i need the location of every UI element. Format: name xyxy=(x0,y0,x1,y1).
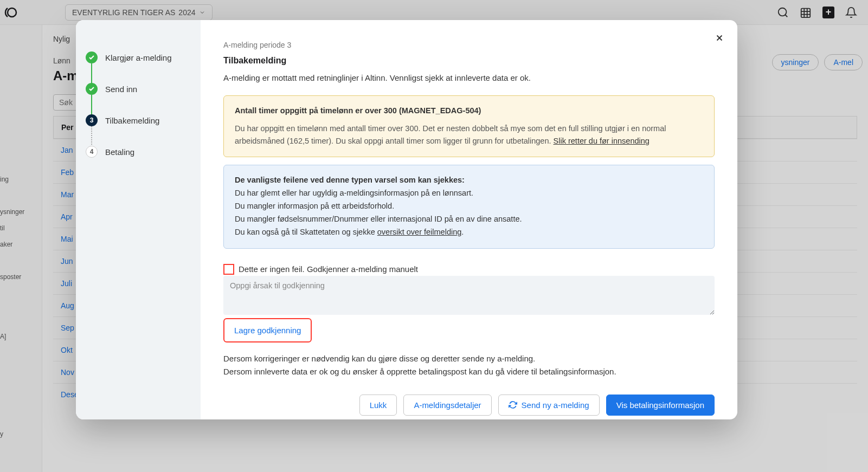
save-button-highlight: Lagre godkjenning xyxy=(223,318,312,342)
modal-notes: Dersom korrigeringer er nødvendig kan du… xyxy=(223,352,715,378)
step-done-icon xyxy=(86,83,98,95)
step-item-2: Send inn xyxy=(86,83,191,114)
save-approval-button[interactable]: Lagre godkjenning xyxy=(226,320,310,340)
close-modal-button[interactable]: Lukk xyxy=(359,395,397,416)
modal-step-sidebar: Klargjør a-melding Send inn 3 Tilbakemel… xyxy=(76,20,201,419)
modal-main: A-melding periode 3 Tilbakemelding A-mel… xyxy=(201,20,737,419)
refresh-icon xyxy=(509,400,517,409)
info-alert: De vanligste feilene ved denne typen var… xyxy=(223,165,715,249)
step-future-icon: 4 xyxy=(86,146,98,158)
step-current-icon: 3 xyxy=(86,114,98,126)
modal-title: Tilbakemelding xyxy=(223,56,715,66)
warning-link[interactable]: Slik retter du før innsending xyxy=(554,137,650,145)
step-item-4: 4 Betaling xyxy=(86,146,191,158)
modal-footer: Lukk A-meldingsdetaljer Send ny a-meldin… xyxy=(223,395,715,416)
modal-intro: A-melding er mottatt med retninglinjer i… xyxy=(223,73,715,82)
info-line: Du kan også gå til Skattetaten og sjekke… xyxy=(235,226,703,238)
info-line: Du mangler informasjon på ett arbeidsfor… xyxy=(235,200,703,212)
close-icon xyxy=(715,33,724,43)
manual-approve-checkbox[interactable] xyxy=(223,264,234,275)
step-label: Tilbakemelding xyxy=(105,116,159,125)
resend-button[interactable]: Send ny a-melding xyxy=(498,395,600,416)
payment-info-button[interactable]: Vis betalingsinformasjon xyxy=(606,395,715,416)
step-label: Klargjør a-melding xyxy=(105,53,172,62)
approval-reason-input[interactable] xyxy=(223,276,715,315)
info-link[interactable]: oversikt over feilmelding xyxy=(377,228,462,236)
a-melding-modal: Klargjør a-melding Send inn 3 Tilbakemel… xyxy=(76,20,737,419)
details-button[interactable]: A-meldingsdetaljer xyxy=(403,395,491,416)
step-done-icon xyxy=(86,51,98,63)
info-line: Du har glemt eller har ugyldig a-melding… xyxy=(235,187,703,199)
manual-approve-label: Dette er ingen feil. Godkjenner a-meldin… xyxy=(239,264,418,274)
step-item-1: Klargjør a-melding xyxy=(86,51,191,83)
warning-alert: Antall timer oppgitt på timelønn er over… xyxy=(223,95,715,157)
warning-title: Antall timer oppgitt på timelønn er over… xyxy=(235,105,703,117)
step-item-3: 3 Tilbakemelding xyxy=(86,114,191,146)
info-line: Du mangler fødselsnummer/Dnummer eller i… xyxy=(235,213,703,225)
close-button[interactable] xyxy=(715,33,724,46)
warning-body: Du har oppgitt en timelønn med antall ti… xyxy=(235,122,703,147)
modal-kicker: A-melding periode 3 xyxy=(223,41,715,49)
step-label: Send inn xyxy=(105,85,137,94)
info-title: De vanligste feilene ved denne typen var… xyxy=(235,174,703,186)
manual-approve-row: Dette er ingen feil. Godkjenner a-meldin… xyxy=(223,264,715,275)
step-label: Betaling xyxy=(105,147,134,157)
